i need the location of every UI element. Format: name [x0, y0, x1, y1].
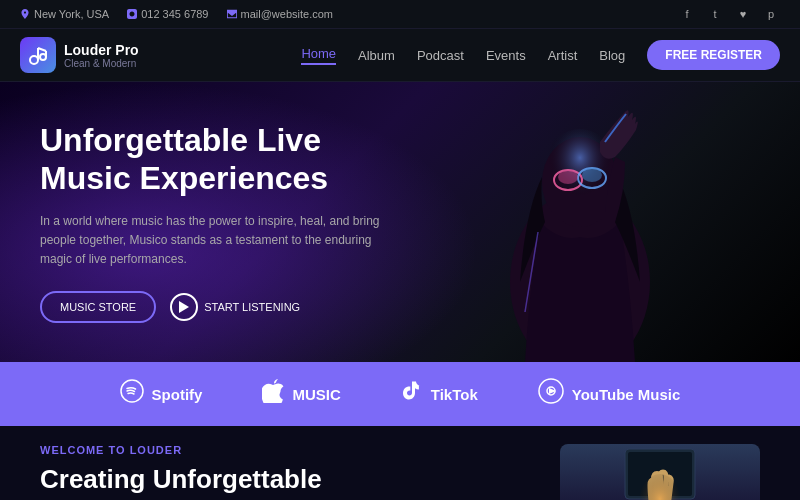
svg-line-3 [38, 48, 46, 51]
location-item: New York, USA [20, 8, 109, 20]
logo-text: Louder Pro Clean & Modern [64, 42, 139, 69]
youtube-music-icon [538, 378, 564, 410]
twitter-icon[interactable]: t [706, 5, 724, 23]
brands-strip: Spotify MUSIC TikTok YouTube Music [0, 362, 800, 426]
svg-point-11 [558, 170, 578, 184]
spotify-label: Spotify [152, 386, 203, 403]
svg-point-0 [30, 56, 38, 64]
nav-home[interactable]: Home [301, 46, 336, 65]
svg-marker-5 [179, 301, 189, 313]
social-links: f t ♥ p [678, 5, 780, 23]
nav-album[interactable]: Album [358, 48, 395, 63]
hand-visual-svg [610, 444, 710, 500]
bottom-section: WELCOME TO LOUDER Creating Unforgettable [0, 426, 800, 500]
hero-section: Unforgettable Live Music Experiences In … [0, 82, 800, 362]
nav-blog[interactable]: Blog [599, 48, 625, 63]
start-listening-button[interactable]: START LISTENING [170, 293, 300, 321]
brand-apple-music: MUSIC [262, 379, 340, 409]
apple-icon [262, 379, 284, 409]
youtube-music-label: YouTube Music [572, 386, 681, 403]
nav-events[interactable]: Events [486, 48, 526, 63]
email-item: mail@website.com [227, 8, 333, 20]
bottom-title: Creating Unforgettable [40, 464, 520, 495]
svg-point-12 [582, 168, 602, 182]
nav-podcast[interactable]: Podcast [417, 48, 464, 63]
play-icon [170, 293, 198, 321]
hero-content: Unforgettable Live Music Experiences In … [0, 101, 420, 343]
music-store-button[interactable]: MUSIC STORE [40, 291, 156, 323]
top-bar: New York, USA 012 345 6789 mail@website.… [0, 0, 800, 29]
bottom-image-visual [560, 444, 760, 500]
facebook-icon[interactable]: f [678, 5, 696, 23]
logo: Louder Pro Clean & Modern [20, 37, 139, 73]
navbar: Louder Pro Clean & Modern Home Album Pod… [0, 29, 800, 82]
bottom-image [560, 444, 760, 500]
pinterest-icon[interactable]: p [762, 5, 780, 23]
brand-youtube-music: YouTube Music [538, 378, 681, 410]
brand-tiktok: TikTok [401, 379, 478, 409]
apple-music-label: MUSIC [292, 386, 340, 403]
bottom-left-content: WELCOME TO LOUDER Creating Unforgettable [40, 444, 520, 495]
instagram-icon[interactable]: ♥ [734, 5, 752, 23]
hero-title: Unforgettable Live Music Experiences [40, 121, 380, 198]
phone-item: 012 345 6789 [127, 8, 208, 20]
logo-icon [20, 37, 56, 73]
welcome-tag: WELCOME TO LOUDER [40, 444, 520, 456]
hero-figure-svg [450, 82, 710, 362]
hero-buttons: MUSIC STORE START LISTENING [40, 291, 380, 323]
tiktok-label: TikTok [431, 386, 478, 403]
spotify-icon [120, 379, 144, 409]
brand-spotify: Spotify [120, 379, 203, 409]
nav-links: Home Album Podcast Events Artist Blog FR… [301, 40, 780, 70]
hero-description: In a world where music has the power to … [40, 212, 380, 270]
register-button[interactable]: FREE REGISTER [647, 40, 780, 70]
nav-artist[interactable]: Artist [548, 48, 578, 63]
tiktok-icon [401, 379, 423, 409]
hero-image [420, 82, 740, 362]
